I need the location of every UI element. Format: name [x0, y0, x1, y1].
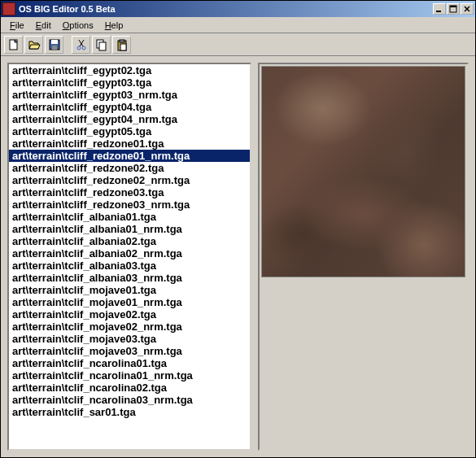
- file-item[interactable]: art\terrain\tclif_ncarolina01_nrm.tga: [9, 369, 250, 382]
- svg-line-10: [80, 40, 84, 46]
- file-item[interactable]: art\terrain\tcliff_egypt02.tga: [9, 64, 250, 76]
- close-button[interactable]: [461, 3, 474, 15]
- texture-preview: [261, 66, 465, 277]
- file-item[interactable]: art\terrain\tcliff_egypt03_nrm.tga: [9, 89, 250, 101]
- file-item[interactable]: art\terrain\tcliff_redzone01_nrm.tga: [9, 150, 250, 162]
- file-item[interactable]: art\terrain\tclif_mojave01_nrm.tga: [9, 296, 250, 308]
- menu-options[interactable]: Options: [57, 19, 99, 32]
- cut-button[interactable]: [72, 36, 90, 54]
- titlebar[interactable]: OS BIG Editor 0.5 Beta: [1, 1, 475, 17]
- paste-button[interactable]: [112, 36, 131, 54]
- file-item[interactable]: art\terrain\tcliff_egypt04_nrm.tga: [9, 113, 250, 125]
- content-area: art\terrain\tcliff_egypt02.tgaart\terrai…: [1, 56, 475, 457]
- file-item[interactable]: art\terrain\tclif_mojave03.tga: [9, 333, 250, 345]
- file-item[interactable]: art\terrain\tclif_ncarolina02.tga: [9, 382, 250, 394]
- file-item[interactable]: art\terrain\tclif_ncarolina01.tga: [9, 357, 250, 369]
- file-item[interactable]: art\terrain\tclif_albania02.tga: [9, 235, 250, 247]
- app-window: OS BIG Editor 0.5 Beta File Edit Options…: [0, 0, 476, 458]
- svg-rect-17: [120, 44, 126, 50]
- minimize-button[interactable]: [433, 3, 446, 15]
- preview-pane: [258, 63, 469, 451]
- app-icon: [2, 2, 15, 15]
- file-item[interactable]: art\terrain\tcliff_redzone02_nrm.tga: [9, 174, 250, 186]
- file-item[interactable]: art\terrain\tclif_albania01.tga: [9, 211, 250, 223]
- svg-point-11: [77, 46, 81, 50]
- menu-edit[interactable]: Edit: [30, 19, 57, 32]
- menubar: File Edit Options Help: [1, 17, 475, 33]
- file-item[interactable]: art\terrain\tclif_albania02_nrm.tga: [9, 247, 250, 260]
- new-button[interactable]: [4, 36, 23, 54]
- file-item[interactable]: art\terrain\tclif_mojave03_nrm.tga: [9, 345, 250, 357]
- file-item[interactable]: art\terrain\tcliff_egypt04.tga: [9, 101, 250, 113]
- file-item[interactable]: art\terrain\tcliff_redzone03.tga: [9, 186, 250, 198]
- window-controls: [433, 3, 474, 15]
- svg-rect-7: [51, 40, 58, 44]
- maximize-button[interactable]: [447, 3, 460, 15]
- open-button[interactable]: [24, 36, 43, 54]
- file-item[interactable]: art\terrain\tclif_mojave02.tga: [9, 308, 250, 321]
- menu-help[interactable]: Help: [99, 19, 129, 32]
- file-item[interactable]: art\terrain\tcliff_redzone01.tga: [9, 137, 250, 150]
- window-title: OS BIG Editor 0.5 Beta: [19, 4, 433, 14]
- file-list[interactable]: art\terrain\tcliff_egypt02.tgaart\terrai…: [7, 63, 251, 451]
- svg-line-9: [79, 40, 83, 46]
- file-item[interactable]: art\terrain\tclif_albania03.tga: [9, 260, 250, 272]
- file-item[interactable]: art\terrain\tclif_mojave01.tga: [9, 284, 250, 296]
- menu-file[interactable]: File: [4, 19, 30, 32]
- file-item[interactable]: art\terrain\tclif_albania03_nrm.tga: [9, 272, 250, 284]
- file-item[interactable]: art\terrain\tcliff_egypt03.tga: [9, 76, 250, 89]
- svg-rect-14: [99, 42, 106, 50]
- svg-point-12: [82, 46, 85, 50]
- file-item[interactable]: art\terrain\tcliff_egypt05.tga: [9, 125, 250, 137]
- copy-button[interactable]: [92, 36, 111, 54]
- file-item[interactable]: art\terrain\tclif_albania01_nrm.tga: [9, 223, 250, 235]
- file-item[interactable]: art\terrain\tclif_sar01.tga: [9, 406, 250, 418]
- svg-rect-8: [52, 46, 57, 50]
- file-item[interactable]: art\terrain\tcliff_redzone02.tga: [9, 162, 250, 174]
- save-button[interactable]: [45, 36, 63, 54]
- toolbar: [1, 33, 475, 56]
- svg-rect-16: [120, 40, 124, 42]
- file-item[interactable]: art\terrain\tcliff_redzone03_nrm.tga: [9, 198, 250, 211]
- file-item[interactable]: art\terrain\tclif_ncarolina03_nrm.tga: [9, 394, 250, 406]
- file-item[interactable]: art\terrain\tclif_mojave02_nrm.tga: [9, 321, 250, 333]
